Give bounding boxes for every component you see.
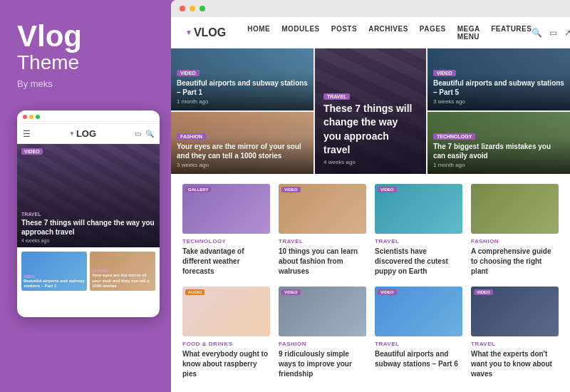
nav-archives[interactable]: ARCHIVES [368, 25, 408, 41]
grid-item-7: VIDEO TRAVEL Beautiful airports and subw… [375, 287, 462, 379]
share-icon[interactable]: ↗ [564, 28, 570, 38]
nav-home[interactable]: HOME [247, 25, 270, 41]
nav-features[interactable]: FEATURES [491, 25, 532, 41]
grid-cat-1: TECHNOLOGY [182, 238, 270, 244]
brand-subtitle: Theme [17, 51, 154, 74]
hero-tag-right-bottom: TECHNOLOGY [433, 133, 475, 140]
grid-thumb-3[interactable]: VIDEO [375, 184, 462, 234]
grid-tag-7: VIDEO [378, 289, 397, 295]
grid-title-4: A comprehensive guide to choosing the ri… [471, 247, 559, 277]
mobile-monitor-icon[interactable]: ▭ [135, 130, 141, 138]
hero-card-right-top-title: Beautiful airports and subway stations –… [433, 78, 564, 97]
hero-card-right-top-date: 3 weeks ago [433, 98, 564, 105]
grid-title-1: Take advantage of different weather fore… [182, 247, 270, 277]
mobile-thumbs: VIDEO Beautiful airports and subway stat… [17, 247, 160, 295]
hero-card-left-bottom-date: 3 weeks ago [177, 162, 308, 168]
grid-thumb-6[interactable]: VIDEO [279, 287, 366, 336]
mobile-search-icon[interactable]: 🔍 [145, 130, 154, 138]
hero-tag-left-bottom: FASHION [177, 133, 206, 140]
grid-thumb-8[interactable]: VIDEO [471, 287, 559, 336]
grid-thumb-1[interactable]: GALLERY [182, 184, 270, 234]
browser-content: ▼ VLOG HOME MODULES POSTS ARCHIVES PAGES… [171, 17, 570, 392]
hero-card-left-top[interactable]: VIDEO Beautiful airports and subway stat… [171, 48, 314, 110]
grid-cat-2: TRAVEL [279, 238, 366, 244]
browser-dot-red[interactable] [180, 6, 185, 11]
site-header: ▼ VLOG HOME MODULES POSTS ARCHIVES PAGES… [171, 17, 570, 48]
logo-text: VLOG [194, 26, 226, 39]
mobile-mockup: ☰ ▼ LOG ▭ 🔍 VIDEO TRAVEL These 7 things … [17, 110, 160, 317]
mobile-hero-cat: TRAVEL [21, 212, 155, 217]
hero-card-center-date: 4 weeks ago [323, 159, 418, 165]
hero-card-right-top-content: VIDEO Beautiful airports and subway stat… [433, 65, 564, 105]
grid-title-7: Beautiful airports and subway stations –… [375, 349, 462, 369]
grid-title-2: 10 things you can learn about fashion fr… [279, 247, 366, 277]
hero-card-left-bottom-title: Your eyes are the mirror of your soul an… [177, 142, 308, 160]
hero-section: VIDEO Beautiful airports and subway stat… [171, 48, 570, 174]
nav-modules[interactable]: MODULES [281, 25, 320, 41]
hero-card-right-bottom-content: TECHNOLOGY The 7 biggest lizards mistake… [433, 128, 564, 168]
grid-thumb-4[interactable] [471, 184, 559, 234]
nav-pages[interactable]: PAGES [420, 25, 446, 41]
brand-title: Vlog [17, 21, 154, 51]
hero-card-left-top-content: VIDEO Beautiful airports and subway stat… [177, 65, 308, 105]
grid-tag-2: VIDEO [281, 187, 301, 192]
grid-tag-6: VIDEO [281, 289, 301, 295]
mobile-thumb-2-title: Your eyes are the mirror of your soul an… [92, 273, 153, 289]
grid-tag-3: VIDEO [378, 187, 397, 192]
mobile-logo: ▼ LOG [69, 128, 96, 139]
mobile-thumb-1-content: VIDEO Beautiful airports and subway stat… [24, 274, 85, 289]
hero-card-right-bottom-date: 1 month ago [433, 162, 564, 168]
nav-posts[interactable]: POSTS [331, 25, 357, 41]
grid-thumb-2[interactable]: VIDEO [279, 184, 366, 234]
mobile-hero-date: 4 weeks ago [21, 238, 155, 243]
browser-dot-yellow[interactable] [190, 6, 195, 11]
grid-item-8: VIDEO TRAVEL What the experts don't want… [471, 287, 559, 379]
brand-by: By meks [17, 78, 154, 89]
mobile-hamburger-icon[interactable]: ☰ [23, 129, 31, 139]
browser-dot-green[interactable] [200, 6, 205, 11]
mobile-thumb-1: VIDEO Beautiful airports and subway stat… [21, 252, 87, 291]
mobile-hero-content: TRAVEL These 7 things will change the wa… [21, 212, 155, 243]
grid-section-1: GALLERY TECHNOLOGY Take advantage of dif… [171, 174, 570, 287]
hero-card-left-top-title: Beautiful airports and subway stations –… [177, 78, 308, 97]
grid-cat-8: TRAVEL [471, 341, 559, 347]
grid-title-5: What everybody ought to know about raspb… [182, 349, 270, 379]
grid-tag-8: VIDEO [474, 289, 493, 295]
mobile-nav-icons: ▭ 🔍 [135, 130, 154, 138]
hero-card-left-bottom[interactable]: FASHION Your eyes are the mirror of your… [171, 112, 314, 174]
grid-item-1: GALLERY TECHNOLOGY Take advantage of dif… [182, 184, 270, 277]
hero-card-center-title: These 7 things will change the way you a… [323, 102, 418, 158]
mobile-dot-green [36, 115, 40, 119]
mobile-hero-title: These 7 things will change the way you a… [21, 218, 155, 237]
monitor-icon[interactable]: ▭ [549, 28, 557, 38]
hero-card-right-bottom[interactable]: TECHNOLOGY The 7 biggest lizards mistake… [428, 112, 570, 174]
mobile-nav: ☰ ▼ LOG ▭ 🔍 [17, 124, 160, 144]
grid-item-4: FASHION A comprehensive guide to choosin… [471, 184, 559, 277]
grid-title-8: What the experts don't want you to know … [471, 349, 559, 379]
mobile-thumb-1-title: Beautiful airports and subway stations –… [24, 279, 85, 289]
mobile-hero: VIDEO TRAVEL These 7 things will change … [17, 144, 160, 247]
nav-mega-menu[interactable]: MEGA MENU [457, 25, 480, 41]
grid-thumb-7[interactable]: VIDEO [375, 287, 462, 336]
hero-card-center[interactable]: TRAVEL These 7 things will change the wa… [315, 48, 426, 174]
site-logo: ▼ VLOG [185, 26, 226, 39]
hero-tag-center: TRAVEL [323, 93, 350, 100]
mobile-hero-tag: VIDEO [21, 148, 43, 155]
grid-item-2: VIDEO TRAVEL 10 things you can learn abo… [279, 184, 366, 277]
hero-card-right-bottom-title: The 7 biggest lizards mistakes you can e… [433, 142, 564, 160]
grid-thumb-5[interactable]: AUDIO [182, 287, 270, 336]
grid-item-6: VIDEO FASHION 9 ridiculously simple ways… [279, 287, 366, 379]
hero-tag-right-top: VIDEO [433, 70, 456, 76]
grid-tag-1: GALLERY [185, 187, 211, 192]
mobile-dot-yellow [29, 115, 33, 119]
grid-item-5: AUDIO FOOD & DRINKS What everybody ought… [182, 287, 270, 379]
mobile-thumb-2: FASHION Your eyes are the mirror of your… [90, 252, 155, 291]
mobile-logo-triangle: ▼ [69, 130, 75, 137]
grid-section-2: AUDIO FOOD & DRINKS What everybody ought… [171, 287, 570, 389]
grid-cat-4: FASHION [471, 238, 559, 244]
hero-right-col: VIDEO Beautiful airports and subway stat… [428, 48, 570, 174]
browser-chrome [171, 0, 570, 17]
search-icon[interactable]: 🔍 [532, 28, 542, 38]
hero-card-right-top[interactable]: VIDEO Beautiful airports and subway stat… [428, 48, 570, 110]
site-header-icons: 🔍 ▭ ↗ [532, 28, 570, 38]
